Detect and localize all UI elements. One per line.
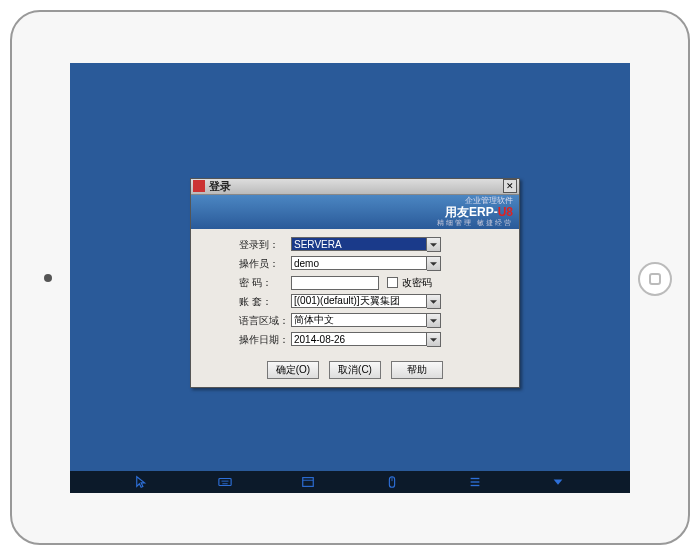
- language-combo[interactable]: 简体中文: [291, 313, 441, 328]
- operation-date-combo[interactable]: 2014-08-26: [291, 332, 441, 347]
- button-row: 确定(O) 取消(C) 帮助: [191, 355, 519, 387]
- password-input[interactable]: [291, 276, 379, 290]
- login-dialog: 登录 ✕ 企业管理软件 用友ERP-U8 精细管理 敏捷经营 登录到： SE: [190, 178, 520, 388]
- taskbar: [70, 471, 630, 493]
- login-to-value[interactable]: SERVERA: [291, 237, 427, 251]
- brand-tagline: 精细管理 敏捷经营: [437, 219, 513, 227]
- camera-dot: [44, 274, 52, 282]
- chevron-down-icon[interactable]: [427, 256, 441, 271]
- brand-block: 企业管理软件 用友ERP-U8 精细管理 敏捷经营: [437, 197, 513, 227]
- cancel-button[interactable]: 取消(C): [329, 361, 381, 379]
- dialog-titlebar: 登录 ✕: [191, 179, 519, 196]
- dropdown-icon[interactable]: [550, 475, 566, 489]
- help-button[interactable]: 帮助: [391, 361, 443, 379]
- language-value[interactable]: 简体中文: [291, 313, 427, 327]
- login-to-combo[interactable]: SERVERA: [291, 237, 441, 252]
- operation-date-value[interactable]: 2014-08-26: [291, 332, 427, 346]
- change-password-checkbox[interactable]: [387, 277, 398, 288]
- chevron-down-icon[interactable]: [427, 294, 441, 309]
- keyboard-icon[interactable]: [217, 475, 233, 489]
- pointer-icon[interactable]: [134, 475, 150, 489]
- label-login-to: 登录到：: [239, 238, 291, 252]
- mouse-icon[interactable]: [384, 475, 400, 489]
- account-set-value[interactable]: [(001)(default)]天翼集团: [291, 294, 427, 308]
- label-operator: 操作员：: [239, 257, 291, 271]
- chevron-down-icon[interactable]: [427, 332, 441, 347]
- window-icon[interactable]: [300, 475, 316, 489]
- account-set-combo[interactable]: [(001)(default)]天翼集团: [291, 294, 441, 309]
- label-language: 语言区域：: [239, 314, 291, 328]
- dialog-title: 登录: [209, 179, 503, 194]
- label-password: 密 码：: [239, 276, 291, 290]
- chevron-down-icon[interactable]: [427, 313, 441, 328]
- desktop-screen: 登录 ✕ 企业管理软件 用友ERP-U8 精细管理 敏捷经营 登录到： SE: [70, 63, 630, 493]
- svg-rect-3: [303, 477, 314, 486]
- menu-icon[interactable]: [467, 475, 483, 489]
- tablet-frame: 登录 ✕ 企业管理软件 用友ERP-U8 精细管理 敏捷经营 登录到： SE: [10, 10, 690, 545]
- brand-name: 用友ERP-U8: [437, 206, 513, 219]
- close-button[interactable]: ✕: [503, 179, 517, 193]
- chevron-down-icon[interactable]: [427, 237, 441, 252]
- brand-banner: 企业管理软件 用友ERP-U8 精细管理 敏捷经营: [191, 195, 519, 228]
- label-account-set: 账 套：: [239, 295, 291, 309]
- svg-rect-0: [219, 478, 231, 485]
- ok-button[interactable]: 确定(O): [267, 361, 319, 379]
- login-form: 登录到： SERVERA 操作员： demo 密 码：: [191, 229, 519, 355]
- app-icon: [193, 180, 205, 192]
- label-change-password: 改密码: [402, 276, 432, 290]
- home-button[interactable]: [638, 262, 672, 296]
- operator-combo[interactable]: demo: [291, 256, 441, 271]
- label-operation-date: 操作日期：: [239, 333, 291, 347]
- operator-value[interactable]: demo: [291, 256, 427, 270]
